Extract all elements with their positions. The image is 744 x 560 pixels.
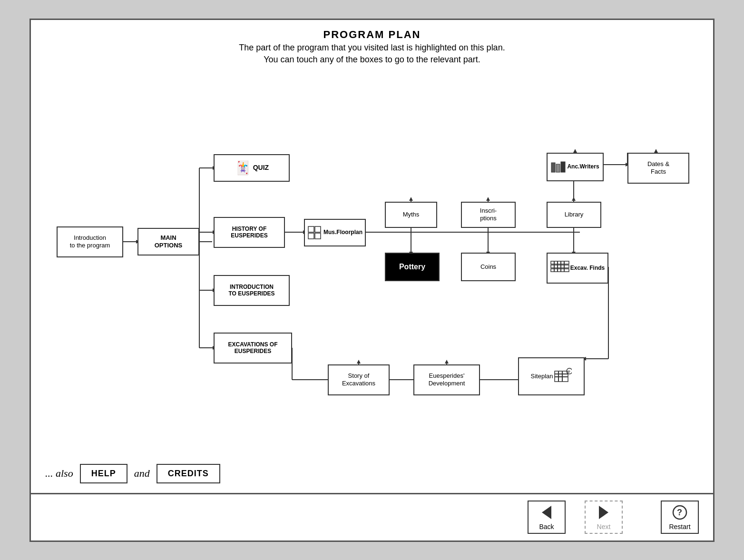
next-button[interactable]: Next bbox=[585, 501, 623, 534]
intro-box[interactable]: Introductionto the program bbox=[57, 226, 123, 257]
back-label: Back bbox=[539, 523, 554, 531]
svg-rect-52 bbox=[551, 261, 569, 264]
svg-rect-53 bbox=[551, 265, 569, 268]
back-button[interactable]: Back bbox=[528, 501, 566, 534]
nav-buttons: Back Next ? Restart bbox=[528, 501, 699, 534]
svg-marker-36 bbox=[654, 149, 658, 153]
also-section: ... also HELP and CREDITS bbox=[45, 464, 220, 483]
back-icon bbox=[538, 504, 555, 521]
svg-marker-42 bbox=[445, 360, 449, 364]
svg-marker-69 bbox=[542, 506, 551, 519]
help-button[interactable]: HELP bbox=[80, 464, 127, 483]
svg-rect-49 bbox=[315, 226, 321, 232]
restart-button[interactable]: ? Restart bbox=[661, 501, 699, 534]
svg-marker-31 bbox=[573, 149, 577, 153]
header-subtitle1: The part of the program that you visited… bbox=[42, 43, 702, 53]
story-excavations-box[interactable]: Story ofExcavations bbox=[328, 364, 390, 395]
floorplan-box[interactable]: Mus.Floorplan bbox=[304, 219, 366, 246]
main-area: PROGRAM PLAN The part of the program tha… bbox=[31, 20, 713, 493]
books-icon bbox=[551, 160, 566, 174]
quiz-box[interactable]: 🃏 QUIZ bbox=[214, 154, 290, 182]
svg-rect-59 bbox=[551, 163, 555, 172]
also-label: ... also bbox=[45, 467, 73, 480]
svg-text:?: ? bbox=[677, 508, 682, 517]
anc-writers-box[interactable]: Anc.Writers bbox=[547, 153, 604, 181]
header: PROGRAM PLAN The part of the program tha… bbox=[42, 29, 702, 65]
euesperides-development-box[interactable]: Euesperides'Development bbox=[413, 364, 480, 395]
restart-icon: ? bbox=[671, 504, 688, 521]
svg-marker-26 bbox=[572, 197, 576, 201]
library-box[interactable]: Library bbox=[547, 202, 601, 228]
shelf-icon bbox=[550, 261, 569, 275]
and-label: and bbox=[134, 467, 150, 480]
svg-rect-50 bbox=[308, 233, 314, 239]
siteplan-icon: ? bbox=[554, 367, 572, 385]
svg-marker-18 bbox=[409, 197, 413, 201]
svg-marker-70 bbox=[599, 506, 608, 519]
svg-text:?: ? bbox=[568, 370, 570, 374]
inscriptions-box[interactable]: Inscri-ptions bbox=[461, 202, 516, 228]
myths-box[interactable]: Myths bbox=[385, 202, 437, 228]
coins-box[interactable]: Coins bbox=[461, 253, 516, 281]
main-options-box[interactable]: MAINOPTIONS bbox=[137, 228, 199, 255]
app-frame: PROGRAM PLAN The part of the program tha… bbox=[29, 19, 715, 542]
svg-rect-54 bbox=[551, 269, 569, 272]
svg-marker-22 bbox=[486, 197, 490, 201]
svg-rect-48 bbox=[308, 226, 314, 232]
jester-icon: 🃏 bbox=[235, 160, 251, 176]
svg-marker-40 bbox=[357, 360, 361, 364]
nav-bar: Back Next ? Restart bbox=[31, 493, 713, 540]
dates-facts-box[interactable]: Dates &Facts bbox=[627, 153, 689, 184]
diagram-area: Introductionto the program MAINOPTIONS 🃏… bbox=[42, 69, 702, 460]
intro-eusperides-box[interactable]: INTRODUCTIONTO EUSPERIDES bbox=[214, 275, 290, 306]
history-box[interactable]: HISTORY OFEUSPERIDES bbox=[214, 217, 285, 248]
svg-rect-60 bbox=[556, 164, 560, 172]
siteplan-box[interactable]: Siteplan ? bbox=[518, 357, 585, 395]
excavations-box[interactable]: EXCAVATIONS OFEUSPERIDES bbox=[214, 333, 292, 364]
credits-button[interactable]: CREDITS bbox=[157, 464, 220, 483]
pottery-box[interactable]: Pottery bbox=[385, 253, 440, 281]
page-title: PROGRAM PLAN bbox=[42, 29, 702, 41]
restart-label: Restart bbox=[669, 523, 690, 531]
next-icon bbox=[595, 504, 612, 521]
next-label: Next bbox=[597, 523, 611, 531]
svg-rect-61 bbox=[561, 162, 565, 172]
svg-rect-51 bbox=[315, 233, 321, 239]
header-subtitle2: You can touch any of the boxes to go to … bbox=[42, 55, 702, 65]
excav-finds-box[interactable]: Excav. Finds bbox=[547, 253, 608, 284]
floorplan-icon bbox=[307, 226, 322, 240]
